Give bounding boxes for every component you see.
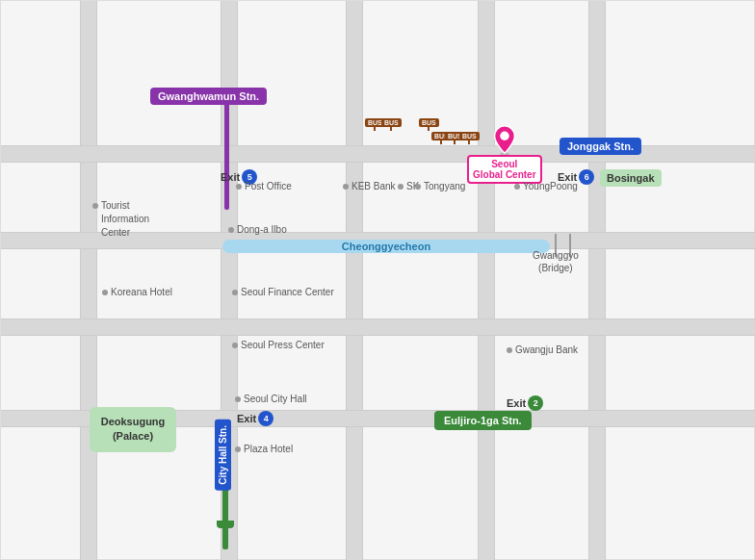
poi-plaza-hotel: Plaza Hotel xyxy=(235,444,293,454)
exit-4-marker: Exit 4 xyxy=(237,411,273,426)
euljiro1ga-station: Euljiro-1ga Stn. xyxy=(434,411,532,430)
global-center-label: SeoulGlobal Center xyxy=(467,155,542,184)
palace-box: Deoksugung(Palace) xyxy=(90,407,176,452)
exit-2-marker: Exit 2 xyxy=(507,395,543,411)
poi-koreana-hotel: Koreana Hotel xyxy=(102,287,172,297)
gwanggyo-bridge-label: Gwanggyo(Bridge) xyxy=(533,249,579,274)
poi-seoul-press: Seoul Press Center xyxy=(232,340,325,350)
road-v-1 xyxy=(80,1,97,560)
poi-seoul-finance: Seoul Finance Center xyxy=(232,287,334,297)
bus-stop-2: BUS xyxy=(381,118,402,127)
svg-point-1 xyxy=(500,132,508,140)
poi-tourist-info: Tourist Information Center xyxy=(92,200,149,238)
road-v-4 xyxy=(478,1,495,560)
road-h-3 xyxy=(1,318,755,336)
bus-stop-3: BUS xyxy=(419,118,439,127)
poi-keb-bank: KEB Bank xyxy=(343,181,396,191)
cheonggyecheon-stream: Cheonggyecheon xyxy=(222,240,550,253)
exit-6-circle: 6 xyxy=(579,169,594,185)
road-h-1 xyxy=(1,145,755,163)
poi-tongyang: Tongyang xyxy=(415,181,465,191)
city-hall-stn-label: City Hall Stn. xyxy=(215,420,231,491)
gwanghwamun-station: Gwanghwamun Stn. xyxy=(150,88,267,105)
subway-line-purple xyxy=(224,94,229,210)
location-pin-icon xyxy=(491,124,518,157)
seoul-global-center-pin: SeoulGlobal Center xyxy=(467,124,542,184)
exit-4-circle: 4 xyxy=(258,411,273,426)
jonggak-station: Jonggak Stn. xyxy=(560,138,641,155)
stream-label: Cheonggyecheon xyxy=(342,241,430,252)
poi-dong-a-ilbo: Dong-a Ilbo xyxy=(228,224,287,235)
poi-post-office: Post Office xyxy=(236,181,292,191)
bosingak-box: Bosingak xyxy=(600,169,662,187)
poi-seoul-city-hall: Seoul City Hall xyxy=(235,394,307,404)
poi-gwangju-bank: Gwangju Bank xyxy=(507,344,578,355)
road-v-5 xyxy=(588,1,606,560)
poi-youngpoong: YoungPoong xyxy=(514,181,578,191)
map-container: Cheonggyecheon Gwanghwamun Stn. Jonggak … xyxy=(0,0,755,560)
poi-dot-tourist xyxy=(92,203,98,209)
road-v-3 xyxy=(346,1,363,560)
subway-line-end xyxy=(217,521,234,528)
exit-2-circle: 2 xyxy=(528,395,543,411)
